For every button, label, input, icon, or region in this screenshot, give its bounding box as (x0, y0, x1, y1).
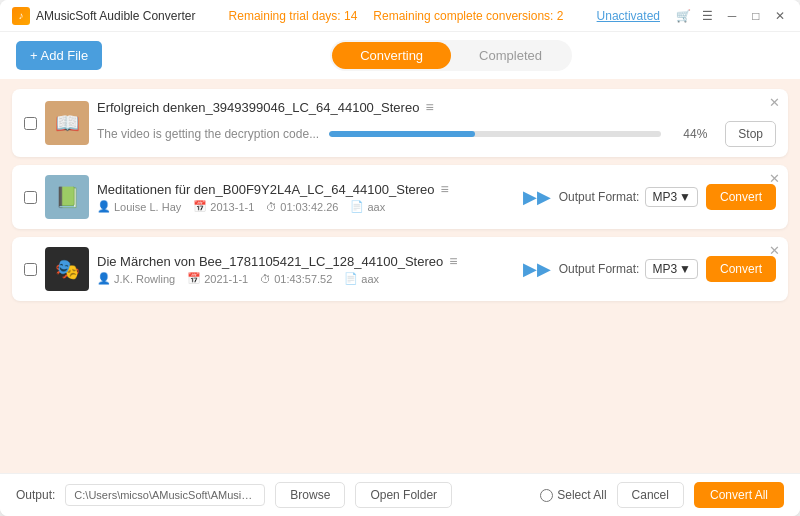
progress-status-1: The video is getting the decryption code… (97, 127, 319, 141)
clock-icon-3: ⏱ (260, 273, 271, 285)
convert-button-2[interactable]: Convert (706, 184, 776, 210)
add-file-button[interactable]: + Add File (16, 41, 102, 70)
browse-button[interactable]: Browse (275, 482, 345, 508)
output-format-label-2: Output Format: (559, 190, 640, 204)
dropdown-arrow-2: ▼ (679, 190, 691, 204)
convert-all-button[interactable]: Convert All (694, 482, 784, 508)
file-checkbox-3[interactable] (24, 263, 37, 276)
date-3: 📅 2021-1-1 (187, 272, 248, 285)
close-button[interactable]: ✕ (772, 8, 788, 24)
app-window: ♪ AMusicSoft Audible Converter Remaining… (0, 0, 800, 516)
format-2: 📄 aax (350, 200, 385, 213)
unactivated-link[interactable]: Unactivated (597, 9, 660, 23)
date-2: 📅 2013-1-1 (193, 200, 254, 213)
file-thumb-1: 📖 (45, 101, 89, 145)
calendar-icon-3: 📅 (187, 272, 201, 285)
progress-bar-fill-1 (329, 131, 475, 137)
author-2: 👤 Louise L. Hay (97, 200, 181, 213)
file-list: ✕ 📖 Erfolgreich denken_3949399046_LC_64_… (0, 79, 800, 473)
duration-2: ⏱ 01:03:42.26 (266, 201, 338, 213)
file-checkbox-1[interactable] (24, 117, 37, 130)
add-file-label: + Add File (30, 48, 88, 63)
duration-3: ⏱ 01:43:57.52 (260, 273, 332, 285)
calendar-icon-2: 📅 (193, 200, 207, 213)
file-thumb-3: 🎭 (45, 247, 89, 291)
convert-button-3[interactable]: Convert (706, 256, 776, 282)
menu-icon[interactable]: ☰ (700, 8, 716, 24)
trial-conversions: Remaining complete conversions: 2 (373, 9, 563, 23)
dropdown-arrow-3: ▼ (679, 262, 691, 276)
format-dropdown-2[interactable]: MP3 ▼ (645, 187, 698, 207)
select-all-row: Select All (540, 488, 606, 502)
file-name-row-3: Die Märchen von Bee_1781105421_LC_128_44… (97, 253, 515, 269)
title-bar-right: Unactivated 🛒 ☰ ─ □ ✕ (597, 8, 788, 24)
open-folder-button[interactable]: Open Folder (355, 482, 452, 508)
card-row-2: 📗 Meditationen für den_B00F9Y2L4A_LC_64_… (24, 175, 776, 219)
file-name-2: Meditationen für den_B00F9Y2L4A_LC_64_44… (97, 182, 435, 197)
file-name-row-1: Erfolgreich denken_3949399046_LC_64_4410… (97, 99, 776, 115)
file-name-row-2: Meditationen für den_B00F9Y2L4A_LC_64_44… (97, 181, 515, 197)
file-name-1: Erfolgreich denken_3949399046_LC_64_4410… (97, 100, 419, 115)
toolbar: + Add File Converting Completed (0, 32, 800, 79)
bottom-bar: Output: C:\Users\micso\AMusicSoft\AMusic… (0, 473, 800, 516)
card-row-3: 🎭 Die Märchen von Bee_1781105421_LC_128_… (24, 247, 776, 291)
tab-group: Converting Completed (330, 40, 572, 71)
progress-pct-1: 44% (671, 127, 707, 141)
file-meta-3: 👤 J.K. Rowling 📅 2021-1-1 ⏱ 01:43:57.52 (97, 272, 515, 285)
arrow-icon-2: ▶▶ (523, 186, 551, 208)
file-card-2: ✕ 📗 Meditationen für den_B00F9Y2L4A_LC_6… (12, 165, 788, 229)
file-meta-2: 👤 Louise L. Hay 📅 2013-1-1 ⏱ 01:03:42.26 (97, 200, 515, 213)
window-controls: 🛒 ☰ ─ □ ✕ (676, 8, 788, 24)
output-format-label-3: Output Format: (559, 262, 640, 276)
progress-row-1: The video is getting the decryption code… (97, 121, 776, 147)
card-body-2: Meditationen für den_B00F9Y2L4A_LC_64_44… (97, 181, 515, 213)
file-name-3: Die Märchen von Bee_1781105421_LC_128_44… (97, 254, 443, 269)
title-bar-left: ♪ AMusicSoft Audible Converter (12, 7, 195, 25)
file-icon-2: 📄 (350, 200, 364, 213)
card-body-1: Erfolgreich denken_3949399046_LC_64_4410… (97, 99, 776, 147)
progress-bar-bg-1 (329, 131, 661, 137)
format-section-2: Output Format: MP3 ▼ (559, 187, 698, 207)
minimize-button[interactable]: ─ (724, 8, 740, 24)
app-icon: ♪ (12, 7, 30, 25)
file-icon-3: 📄 (344, 272, 358, 285)
file-card-3: ✕ 🎭 Die Märchen von Bee_1781105421_LC_12… (12, 237, 788, 301)
file-thumb-2: 📗 (45, 175, 89, 219)
maximize-button[interactable]: □ (748, 8, 764, 24)
card-row-1: 📖 Erfolgreich denken_3949399046_LC_64_44… (24, 99, 776, 147)
clock-icon-2: ⏱ (266, 201, 277, 213)
app-title: AMusicSoft Audible Converter (36, 9, 195, 23)
format-section-3: Output Format: MP3 ▼ (559, 259, 698, 279)
cancel-button[interactable]: Cancel (617, 482, 684, 508)
close-card-2[interactable]: ✕ (769, 171, 780, 186)
close-card-1[interactable]: ✕ (769, 95, 780, 110)
author-icon-2: 👤 (97, 200, 111, 213)
card-body-3: Die Märchen von Bee_1781105421_LC_128_44… (97, 253, 515, 285)
close-card-3[interactable]: ✕ (769, 243, 780, 258)
file-card-1: ✕ 📖 Erfolgreich denken_3949399046_LC_64_… (12, 89, 788, 157)
tab-completed[interactable]: Completed (451, 42, 570, 69)
cart-icon[interactable]: 🛒 (676, 8, 692, 24)
author-3: 👤 J.K. Rowling (97, 272, 175, 285)
select-all-radio[interactable] (540, 489, 553, 502)
format-dropdown-3[interactable]: MP3 ▼ (645, 259, 698, 279)
author-icon-3: 👤 (97, 272, 111, 285)
output-label: Output: (16, 488, 55, 502)
file-list-icon-1[interactable]: ≡ (425, 99, 433, 115)
arrow-icon-3: ▶▶ (523, 258, 551, 280)
title-bar: ♪ AMusicSoft Audible Converter Remaining… (0, 0, 800, 32)
stop-button-1[interactable]: Stop (725, 121, 776, 147)
file-list-icon-2[interactable]: ≡ (441, 181, 449, 197)
file-checkbox-2[interactable] (24, 191, 37, 204)
trial-days: Remaining trial days: 14 (229, 9, 358, 23)
file-list-icon-3[interactable]: ≡ (449, 253, 457, 269)
output-path: C:\Users\micso\AMusicSoft\AMusicSoft Au.… (65, 484, 265, 506)
trial-info: Remaining trial days: 14 Remaining compl… (229, 9, 564, 23)
select-all-label: Select All (557, 488, 606, 502)
format-3: 📄 aax (344, 272, 379, 285)
tab-converting[interactable]: Converting (332, 42, 451, 69)
